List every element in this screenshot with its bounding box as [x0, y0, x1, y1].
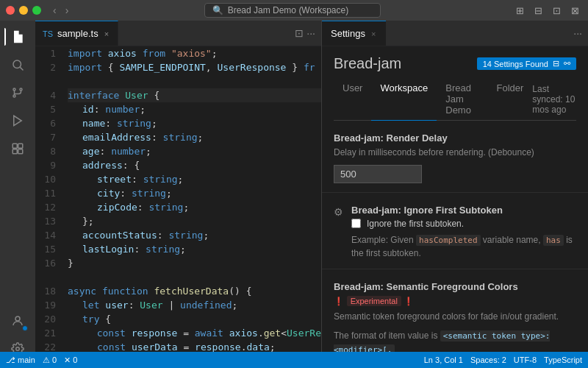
- warnings-status[interactable]: ✕ 0: [64, 355, 77, 365]
- ignore-subtoken-content: Bread-jam: Ignore First Subtoken Ignore …: [351, 205, 576, 261]
- titlebar-nav: ‹ ›: [50, 3, 71, 18]
- nav-back-button[interactable]: ‹: [50, 3, 60, 18]
- settings-tab-close-button[interactable]: ×: [370, 29, 377, 39]
- more-actions-button[interactable]: ⊠: [568, 4, 582, 18]
- maximize-window-button[interactable]: [32, 6, 41, 15]
- ignore-subtoken-checkbox-label: Ignore the first subtoken.: [367, 219, 464, 229]
- settings-tab[interactable]: Settings ×: [322, 21, 386, 46]
- sort-icon[interactable]: ⚯: [564, 59, 570, 68]
- status-bar: ⎇ main ⚠ 0 ✕ 0 Ln 3, Col 1 Spaces: 2 UTF…: [0, 352, 588, 368]
- app-wrapper: ‹ › 🔍 Bread Jam Demo (Workspace) ⊞ ⊟ ⊡ ⊠: [0, 0, 588, 368]
- editor-tab-bar: TS sample.ts × ⊡ ···: [35, 21, 321, 46]
- ignore-subtoken-checkbox[interactable]: [351, 219, 361, 228]
- render-delay-description: Delay in milliseconds before rendering. …: [334, 146, 576, 159]
- filter-icon[interactable]: ⊟: [553, 59, 559, 68]
- tab-filename: sample.ts: [57, 28, 98, 39]
- settings-count-text: 14 Settings Found: [483, 60, 548, 68]
- search-box[interactable]: 🔍 Bread Jam Demo (Workspace): [204, 3, 381, 18]
- toggle-panel-button[interactable]: ⊟: [531, 4, 545, 18]
- tab-actions: ⊡ ···: [289, 21, 321, 46]
- ignore-subtoken-checkbox-row: Ignore the first subtoken.: [351, 219, 576, 229]
- settings-tab-actions: ···: [567, 21, 588, 46]
- svg-rect-9: [18, 149, 23, 154]
- explorer-icon[interactable]: [4, 24, 31, 50]
- settings-title: Bread-jam: [334, 55, 401, 72]
- split-editor-icon[interactable]: ⊡: [295, 27, 304, 39]
- minimize-window-button[interactable]: [19, 6, 28, 15]
- editor-area: TS sample.ts × ⊡ ··· 1 2 4 5 6: [35, 21, 322, 368]
- ignore-subtoken-example: Example: Given hasCompleted variable nam…: [351, 233, 576, 261]
- status-bar-right: Ln 3, Col 1 Spaces: 2 UTF-8 TypeScript: [424, 355, 582, 364]
- ignore-subtoken-label: Bread-jam: Ignore First Subtoken: [351, 205, 576, 216]
- settings-nav-tab-folder[interactable]: Folder: [487, 78, 532, 121]
- line-numbers: 1 2 4 5 6 7 8 9 10 11 12 13 14 15 16: [35, 46, 65, 368]
- settings-header: Bread-jam 14 Settings Found ⊟ ⚯ User Wor…: [322, 46, 588, 121]
- settings-content[interactable]: Bread-jam: Render Delay Delay in millise…: [322, 121, 588, 368]
- render-delay-label: Bread-jam: Render Delay: [334, 132, 576, 144]
- cursor-position-status[interactable]: Ln 3, Col 1: [424, 355, 463, 364]
- ignore-subtoken-row: ⚙ Bread-jam: Ignore First Subtoken Ignor…: [334, 205, 576, 261]
- editor-tab-sample-ts[interactable]: TS sample.ts ×: [35, 21, 118, 46]
- traffic-lights: [6, 6, 41, 15]
- settings-tab-label: Settings: [331, 28, 365, 39]
- svg-line-1: [20, 67, 23, 70]
- svg-point-10: [15, 316, 20, 321]
- settings-nav-tabs: User Workspace Bread Jam Demo Folder Las…: [334, 78, 576, 121]
- code-editor[interactable]: 1 2 4 5 6 7 8 9 10 11 12 13 14 15 16: [35, 46, 321, 368]
- settings-tab-bar: Settings × ···: [322, 21, 588, 46]
- svg-marker-5: [14, 116, 22, 126]
- settings-sync-text: Last synced: 10 mos ago: [532, 78, 576, 120]
- search-text: Bread Jam Demo (Workspace): [228, 5, 349, 15]
- tab-close-button[interactable]: ×: [103, 29, 110, 39]
- svg-point-4: [13, 95, 15, 97]
- customize-layout-button[interactable]: ⊡: [550, 4, 564, 18]
- titlebar-search: 🔍 Bread Jam Demo (Workspace): [77, 3, 507, 18]
- svg-point-3: [20, 88, 22, 91]
- render-delay-section: Bread-jam: Render Delay Delay in millise…: [322, 121, 588, 193]
- errors-status[interactable]: ⚠ 0: [43, 355, 57, 365]
- notification-badge: [22, 325, 28, 331]
- close-window-button[interactable]: [6, 6, 15, 15]
- settings-nav-tab-user[interactable]: User: [334, 78, 371, 121]
- svg-rect-7: [18, 144, 23, 148]
- render-delay-input[interactable]: [334, 165, 422, 183]
- search-icon: 🔍: [212, 5, 223, 15]
- status-bar-left: ⎇ main ⚠ 0 ✕ 0: [6, 355, 77, 365]
- svg-point-0: [13, 60, 21, 68]
- run-debug-icon[interactable]: [4, 107, 31, 134]
- svg-rect-8: [12, 149, 17, 154]
- accounts-icon[interactable]: [4, 308, 31, 334]
- ignore-subtoken-section: ⚙ Bread-jam: Ignore First Subtoken Ignor…: [322, 193, 588, 270]
- ignore-subtoken-gear-icon[interactable]: ⚙: [334, 206, 345, 218]
- titlebar: ‹ › 🔍 Bread Jam Demo (Workspace) ⊞ ⊟ ⊡ ⊠: [0, 0, 588, 21]
- titlebar-actions: ⊞ ⊟ ⊡ ⊠: [513, 4, 582, 18]
- app-container: TS sample.ts × ⊡ ··· 1 2 4 5 6: [0, 21, 588, 368]
- settings-panel: Settings × ··· Bread-jam 14 Settings Fou…: [322, 21, 588, 368]
- nav-forward-button[interactable]: ›: [62, 3, 72, 18]
- experimental-badge: ❗ Experimental ❗: [334, 295, 576, 306]
- settings-more-icon[interactable]: ···: [573, 27, 582, 39]
- source-control-icon[interactable]: [4, 79, 31, 106]
- settings-count-badge: 14 Settings Found ⊟ ⚯: [477, 57, 576, 70]
- settings-nav-tab-workspace[interactable]: Workspace: [371, 78, 437, 121]
- activity-bar: [0, 21, 35, 368]
- split-editor-button[interactable]: ⊞: [513, 4, 527, 18]
- settings-nav-tab-breadjam[interactable]: Bread Jam Demo: [437, 78, 487, 121]
- svg-point-11: [16, 347, 20, 351]
- git-branch-status[interactable]: ⎇ main: [6, 355, 35, 365]
- svg-rect-6: [12, 144, 17, 148]
- settings-title-row: Bread-jam 14 Settings Found ⊟ ⚯: [334, 55, 576, 72]
- extensions-icon[interactable]: [4, 135, 31, 162]
- semantic-foreground-label: Bread-jam: Semantic Foreground Colors: [334, 281, 576, 292]
- encoding-status[interactable]: UTF-8: [514, 355, 537, 364]
- search-activity-icon[interactable]: [4, 52, 31, 78]
- language-status[interactable]: TypeScript: [544, 355, 582, 364]
- typescript-icon: TS: [43, 29, 53, 38]
- semantic-foreground-description: Semantic token foreground colors for fad…: [334, 311, 576, 323]
- indentation-status[interactable]: Spaces: 2: [470, 355, 506, 364]
- svg-point-2: [13, 88, 15, 91]
- code-content: import axios from "axios"; import { SAMP…: [65, 46, 321, 368]
- more-editor-actions-icon[interactable]: ···: [306, 27, 315, 39]
